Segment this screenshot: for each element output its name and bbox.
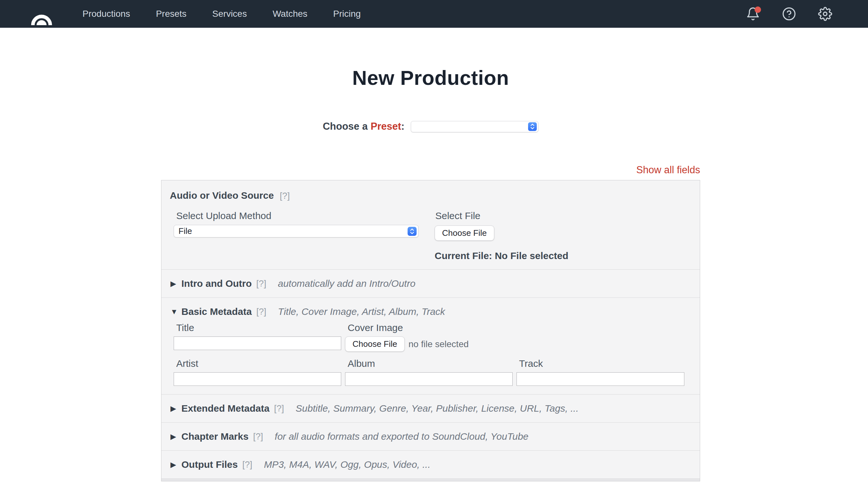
cover-file-status: no file selected — [408, 339, 469, 349]
artist-field-group: Artist — [174, 358, 341, 386]
notification-badge — [754, 6, 761, 13]
basic-metadata-title: Basic Metadata — [181, 306, 252, 317]
album-field-group: Album — [345, 358, 513, 386]
select-file-column: Select File Choose File Current File: No… — [435, 210, 691, 261]
disclosure-triangle-icon: ▶ — [170, 432, 181, 441]
nav-item-services[interactable]: Services — [212, 9, 247, 19]
auphonic-logo-icon[interactable] — [28, 4, 55, 26]
basic-metadata-header[interactable]: ▼ Basic Metadata [?] Title, Cover Image,… — [161, 298, 700, 322]
select-file-label: Select File — [435, 210, 691, 221]
help-icon[interactable] — [782, 6, 797, 21]
notifications-bell-icon[interactable] — [746, 6, 761, 21]
upload-method-label: Select Upload Method — [174, 210, 418, 221]
main-nav: Productions Presets Services Watches Pri… — [83, 9, 361, 19]
show-all-fields-link[interactable]: Show all fields — [636, 164, 700, 175]
page-content: New Production Choose aPreset: Show all … — [161, 66, 700, 481]
page-title: New Production — [161, 66, 700, 90]
chapter-marks-help-icon[interactable]: [?] — [253, 431, 263, 442]
track-input[interactable] — [517, 372, 684, 386]
disclosure-triangle-icon: ▶ — [170, 460, 181, 469]
extended-metadata-help-icon[interactable]: [?] — [274, 403, 284, 414]
title-field-group: Title — [174, 322, 341, 352]
album-input[interactable] — [345, 372, 513, 386]
preset-label: Choose aPreset: — [323, 121, 405, 132]
track-label: Track — [517, 358, 684, 369]
basic-metadata-description: Title, Cover Image, Artist, Album, Track — [278, 306, 445, 317]
source-section-title: Audio or Video Source — [170, 190, 274, 201]
extended-metadata-description: Subtitle, Summary, Genre, Year, Publishe… — [296, 403, 579, 414]
select-stepper-icon — [528, 122, 537, 131]
basic-metadata-fields: Title Cover Image Choose File no file se… — [165, 322, 700, 394]
cover-image-field-group: Cover Image Choose File no file selected — [345, 322, 684, 352]
section-extended-metadata[interactable]: ▶ Extended Metadata [?] Subtitle, Summar… — [161, 394, 700, 422]
nav-item-productions[interactable]: Productions — [83, 9, 130, 19]
artist-input[interactable] — [174, 372, 341, 386]
preset-select[interactable] — [411, 121, 538, 132]
current-file-status: Current File: No File selected — [435, 250, 691, 261]
chapter-marks-description: for all audio formats and exported to So… — [275, 431, 529, 442]
cover-choose-file-button[interactable]: Choose File — [345, 337, 405, 352]
upload-method-select[interactable]: File — [174, 225, 418, 237]
preset-chooser: Choose aPreset: — [161, 121, 700, 132]
output-files-description: MP3, M4A, WAV, Ogg, Opus, Video, ... — [264, 459, 430, 470]
chapter-marks-title: Chapter Marks — [181, 431, 248, 442]
intro-outro-title: Intro and Outro — [181, 278, 252, 289]
disclosure-triangle-icon: ▼ — [170, 308, 181, 316]
nav-item-presets[interactable]: Presets — [156, 9, 187, 19]
disclosure-triangle-icon: ▶ — [170, 404, 181, 413]
preset-label-accent: Preset — [371, 121, 401, 132]
settings-gear-icon[interactable] — [818, 6, 833, 21]
top-navbar: Productions Presets Services Watches Pri… — [0, 0, 868, 28]
output-files-help-icon[interactable]: [?] — [242, 459, 252, 470]
show-all-fields-row: Show all fields — [161, 164, 700, 176]
upload-method-column: Select Upload Method File — [174, 210, 418, 261]
output-files-title: Output Files — [181, 459, 238, 470]
preset-label-prefix: Choose a — [323, 121, 368, 132]
title-label: Title — [174, 322, 341, 333]
section-output-files[interactable]: ▶ Output Files [?] MP3, M4A, WAV, Ogg, O… — [161, 450, 700, 478]
intro-outro-description: automatically add an Intro/Outro — [278, 278, 415, 289]
basic-metadata-help-icon[interactable]: [?] — [256, 307, 266, 317]
upload-method-value: File — [179, 226, 408, 236]
section-chapter-marks[interactable]: ▶ Chapter Marks [?] for all audio format… — [161, 422, 700, 450]
section-audio-video-source: Audio or Video Source [?] Select Upload … — [161, 180, 700, 270]
next-section-peek — [161, 478, 700, 481]
artist-label: Artist — [174, 358, 341, 369]
source-choose-file-button[interactable]: Choose File — [435, 226, 494, 241]
nav-item-pricing[interactable]: Pricing — [333, 9, 361, 19]
section-intro-and-outro[interactable]: ▶ Intro and Outro [?] automatically add … — [161, 270, 700, 297]
title-input[interactable] — [174, 337, 341, 350]
nav-item-watches[interactable]: Watches — [273, 9, 307, 19]
source-help-icon[interactable]: [?] — [280, 191, 290, 201]
cover-image-label: Cover Image — [345, 322, 684, 333]
album-label: Album — [345, 358, 513, 369]
navbar-actions — [746, 6, 833, 21]
intro-outro-help-icon[interactable]: [?] — [256, 278, 266, 289]
extended-metadata-title: Extended Metadata — [181, 403, 269, 414]
source-section-header: Audio or Video Source [?] — [170, 190, 691, 201]
section-basic-metadata: ▼ Basic Metadata [?] Title, Cover Image,… — [161, 297, 700, 394]
track-field-group: Track — [517, 358, 684, 386]
preset-label-suffix: : — [401, 121, 404, 132]
select-stepper-icon — [408, 227, 416, 236]
disclosure-triangle-icon: ▶ — [170, 279, 181, 288]
new-production-form: Audio or Video Source [?] Select Upload … — [161, 180, 700, 481]
